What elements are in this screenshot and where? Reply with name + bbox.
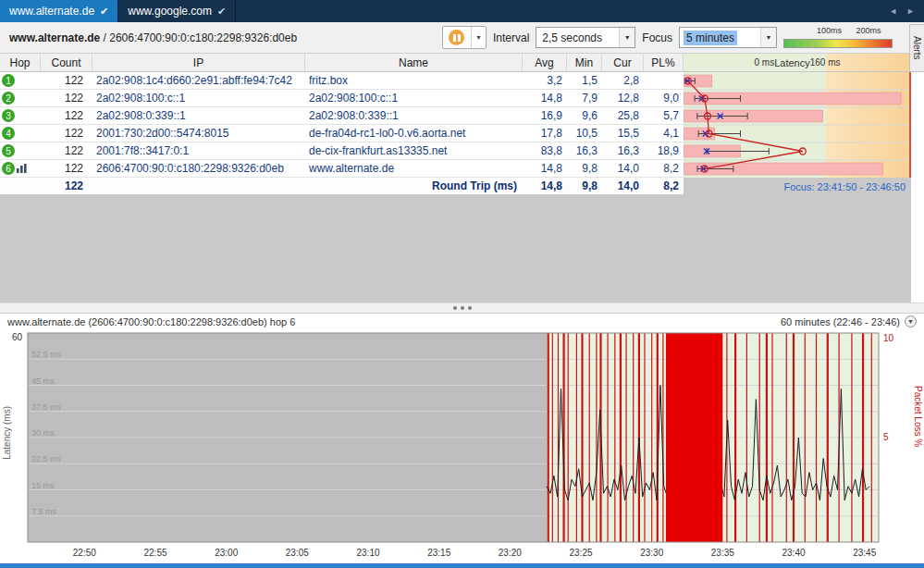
cur-cell: 16,3 <box>602 144 644 157</box>
pl-cell: 5,7 <box>644 109 684 122</box>
svg-text:23:35: 23:35 <box>711 548 734 558</box>
min-cell: 9,6 <box>567 109 602 122</box>
ip-cell: 2001:7f8::3417:0:1 <box>92 144 305 157</box>
pl-cell: 8,2 <box>644 162 684 175</box>
tab-scroll-left-icon[interactable]: ◄ <box>889 6 897 16</box>
cur-cell: 25,8 <box>602 109 644 122</box>
col-header-pl[interactable]: PL% <box>644 54 684 71</box>
pingplotter-window: www.alternate.de ✔ www.google.com ✔ ◄ ► … <box>0 0 924 568</box>
latency-color-legend: 100ms 200ms <box>783 26 893 50</box>
summary-count: 122 <box>41 179 92 192</box>
count-cell: 122 <box>41 92 92 105</box>
svg-text:45 ms: 45 ms <box>31 377 55 386</box>
tab-nav: ◄ ► <box>880 0 924 22</box>
pause-control: ▼ <box>442 26 487 49</box>
avg-cell: 14,8 <box>523 92 567 105</box>
count-cell: 122 <box>41 144 92 157</box>
col-header-cur[interactable]: Cur <box>602 54 644 71</box>
target-title: www.alternate.de / 2606:4700:90:0:c180:2… <box>9 31 297 44</box>
name-cell: www.alternate.de <box>305 162 523 175</box>
col-header-hop[interactable]: Hop <box>0 54 41 71</box>
pause-dropdown-button[interactable]: ▼ <box>471 27 486 48</box>
col-header-ip[interactable]: IP <box>92 54 305 71</box>
latency-cell <box>684 90 911 107</box>
latency-scale-max: 160 ms <box>810 57 841 68</box>
pause-button[interactable] <box>443 27 471 48</box>
avg-cell: 16,9 <box>523 109 567 122</box>
name-cell: fritz.box <box>305 74 523 87</box>
target-ip: 2606:4700:90:0:c180:2298:9326:d0eb <box>109 31 297 44</box>
hop-number-badge: 1 <box>2 74 15 87</box>
focus-label: Focus <box>642 31 672 44</box>
timeline-chart[interactable]: 52.5 ms45 ms37.5 ms30 ms22.5 ms15 ms7.5 … <box>0 329 924 562</box>
svg-text:15 ms: 15 ms <box>31 481 55 490</box>
svg-text:23:40: 23:40 <box>782 548 805 558</box>
hop-number-badge: 4 <box>2 127 15 140</box>
pause-icon <box>449 30 464 45</box>
interval-select[interactable]: 2,5 seconds ▼ <box>536 27 635 48</box>
svg-text:23:05: 23:05 <box>286 548 309 558</box>
tab-alternate[interactable]: www.alternate.de ✔ <box>0 0 118 22</box>
table-row[interactable]: 5 122 2001:7f8::3417:0:1 de-cix-frankfur… <box>0 142 911 160</box>
col-header-count[interactable]: Count <box>41 54 92 71</box>
svg-text:23:15: 23:15 <box>427 548 450 558</box>
min-cell: 7,9 <box>567 92 602 105</box>
hop-number-badge: 5 <box>2 144 15 157</box>
legend-gradient-bar <box>783 39 893 48</box>
toolbar-controls: ▼ Interval 2,5 seconds ▼ Focus 5 minutes… <box>442 26 915 50</box>
table-row[interactable]: 1 122 2a02:908:1c4:d660:2e91:abff:fe94:7… <box>0 72 911 90</box>
latency-cell <box>684 107 911 125</box>
cur-cell: 2,8 <box>602 74 644 87</box>
svg-text:5: 5 <box>883 432 889 442</box>
panel-splitter[interactable] <box>0 303 924 314</box>
name-cell: de-cix-frankfurt.as13335.net <box>305 144 523 157</box>
latency-cell <box>684 142 911 160</box>
timeline-range-dropdown-icon[interactable]: ▼ <box>905 315 917 327</box>
latency-title: Latency <box>774 57 810 68</box>
min-cell: 16,3 <box>567 144 602 157</box>
table-row[interactable]: 6 122 2606:4700:90:0:c180:2298:9326:d0eb… <box>0 160 911 178</box>
table-body: 1 122 2a02:908:1c4:d660:2e91:abff:fe94:7… <box>0 72 911 178</box>
focus-select[interactable]: 5 minutes ▼ <box>679 27 777 48</box>
col-header-avg[interactable]: Avg <box>523 54 567 71</box>
col-header-latency[interactable]: 0 ms Latency 160 ms <box>684 54 911 71</box>
col-header-min[interactable]: Min <box>567 54 602 71</box>
col-header-name[interactable]: Name <box>305 54 523 71</box>
svg-text:23:20: 23:20 <box>499 548 522 558</box>
tab-label: www.google.com <box>128 5 212 18</box>
min-cell: 10,5 <box>567 127 602 140</box>
ip-cell: 2a02:908:0:339::1 <box>92 109 305 122</box>
interval-label: Interval <box>493 31 529 44</box>
tab-scroll-right-icon[interactable]: ► <box>906 6 915 16</box>
table-row[interactable]: 4 122 2001:730:2d00::5474:8015 de-fra04d… <box>0 125 911 142</box>
table-header: Hop Count IP Name Avg Min Cur PL% 0 ms L… <box>0 54 911 72</box>
pl-cell: 18,9 <box>644 144 684 157</box>
table-row[interactable]: 3 122 2a02:908:0:339::1 2a02:908:0:339::… <box>0 107 911 125</box>
ip-cell: 2a02:908:100:c::1 <box>92 92 305 105</box>
avg-cell: 83,8 <box>523 144 567 157</box>
cur-cell: 14,0 <box>602 162 644 175</box>
count-cell: 122 <box>41 74 92 87</box>
svg-text:22:50: 22:50 <box>73 548 96 558</box>
latency-cell <box>684 160 911 178</box>
hop-graph-icon <box>17 164 27 173</box>
check-icon: ✔ <box>217 6 226 18</box>
timeline-panel: www.alternate.de (2606:4700:90:0:c180:22… <box>0 314 924 563</box>
summary-avg: 14,8 <box>523 179 567 192</box>
toolbar: www.alternate.de / 2606:4700:90:0:c180:2… <box>0 22 924 54</box>
alerts-tab[interactable]: Alerts <box>909 24 924 72</box>
min-cell: 9,8 <box>567 162 602 175</box>
summary-cur: 14,0 <box>602 179 644 192</box>
upper-timeline-empty-area <box>0 195 911 303</box>
ip-cell: 2001:730:2d00::5474:8015 <box>92 127 305 140</box>
tab-google[interactable]: www.google.com ✔ <box>118 0 236 22</box>
name-cell: 2a02:908:0:339::1 <box>305 109 523 122</box>
ip-cell: 2606:4700:90:0:c180:2298:9326:d0eb <box>92 162 305 175</box>
pl-cell: 9,0 <box>644 92 684 105</box>
target-host: www.alternate.de <box>9 31 100 44</box>
svg-text:23:30: 23:30 <box>640 548 663 558</box>
table-row[interactable]: 2 122 2a02:908:100:c::1 2a02:908:100:c::… <box>0 90 911 107</box>
ip-cell: 2a02:908:1c4:d660:2e91:abff:fe94:7c42 <box>92 74 305 87</box>
bottom-scrollbar[interactable] <box>0 563 924 568</box>
chevron-down-icon: ▼ <box>760 28 776 47</box>
